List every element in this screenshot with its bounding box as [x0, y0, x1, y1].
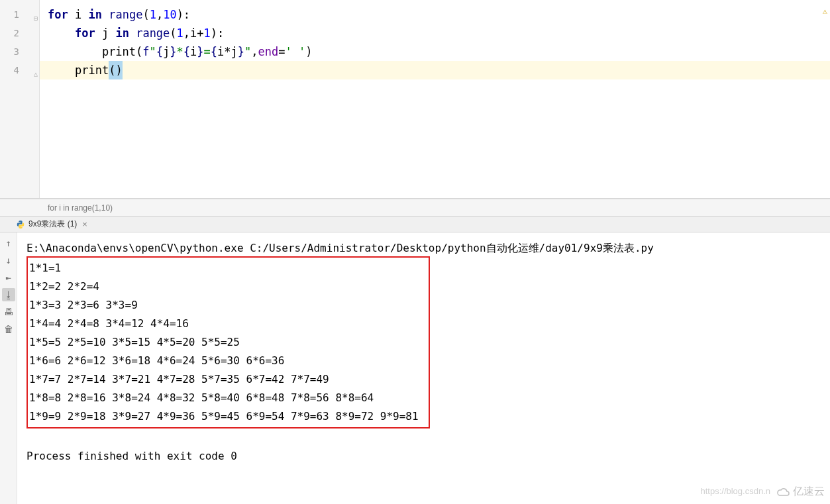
line-number: 1⊟ — [0, 5, 39, 24]
output-row: 1*2=2 2*2=4 — [29, 277, 425, 296]
fold-end-icon[interactable]: △ — [30, 65, 38, 73]
close-icon[interactable]: × — [82, 219, 87, 229]
breadcrumb[interactable]: for i in range(1,10) — [0, 199, 830, 217]
rerun-down-icon[interactable]: ↓ — [2, 254, 15, 267]
output-row: 1*9=9 2*9=18 3*9=27 4*9=36 5*9=45 6*9=54… — [29, 407, 425, 426]
editor-area: 1⊟ 2 3 4△ ⚠ for i in range(1,10): for j … — [0, 0, 830, 199]
scroll-to-end-icon[interactable]: ⭳ — [2, 288, 15, 301]
fold-icon[interactable]: ⊟ — [30, 9, 38, 17]
trash-icon[interactable]: 🗑 — [2, 323, 15, 336]
console-container: ↑ ↓ ⇤ ⭳ 🖶 🗑 E:\Anaconda\envs\openCV\pyth… — [0, 232, 830, 504]
breadcrumb-text: for i in range(1,10) — [48, 203, 113, 213]
logo-watermark: 亿速云 — [776, 485, 825, 499]
output-row: 1*5=5 2*5=10 3*5=15 4*5=20 5*5=25 — [29, 333, 425, 352]
console-output[interactable]: E:\Anaconda\envs\openCV\python.exe C:/Us… — [17, 232, 830, 504]
blank-line — [26, 428, 821, 447]
cloud-icon — [776, 487, 790, 497]
soft-wrap-icon[interactable]: ⇤ — [2, 271, 15, 284]
line-number: 2 — [0, 24, 39, 42]
run-tab-bar: 9x9乘法表 (1) × — [0, 217, 830, 232]
output-row: 1*7=7 2*7=14 3*7=21 4*7=28 5*7=35 6*7=42… — [29, 370, 425, 389]
line-number: 3 — [0, 42, 39, 61]
output-row: 1*3=3 2*3=6 3*3=9 — [29, 296, 425, 315]
rerun-up-icon[interactable]: ↑ — [2, 236, 15, 250]
line-gutter: 1⊟ 2 3 4△ — [0, 0, 40, 198]
output-row: 1*6=6 2*6=12 3*6=18 4*6=24 5*6=30 6*6=36 — [29, 352, 425, 370]
code-line-1[interactable]: for i in range(1,10): — [40, 5, 830, 24]
output-highlight-box: 1*1=1 1*2=2 2*2=4 1*3=3 2*3=6 3*3=9 1*4=… — [26, 256, 430, 428]
console-toolbar: ↑ ↓ ⇤ ⭳ 🖶 🗑 — [0, 232, 17, 504]
warning-icon[interactable]: ⚠ — [823, 7, 827, 16]
output-row: 1*1=1 — [29, 259, 425, 277]
python-icon — [16, 220, 25, 229]
code-line-4[interactable]: print() — [40, 61, 830, 79]
code-editor[interactable]: ⚠ for i in range(1,10): for j in range(1… — [40, 0, 830, 198]
output-row: 1*8=8 2*8=16 3*8=24 4*8=32 5*8=40 6*8=48… — [29, 389, 425, 407]
print-icon[interactable]: 🖶 — [2, 305, 15, 319]
watermark-text: https://blog.csdn.n — [700, 486, 770, 496]
code-line-3[interactable]: print(f"{j}*{i}={i*j}",end=' ') — [40, 42, 830, 61]
exit-message: Process finished with exit code 0 — [26, 447, 821, 466]
command-line: E:\Anaconda\envs\openCV\python.exe C:/Us… — [26, 239, 821, 258]
output-row: 1*4=4 2*4=8 3*4=12 4*4=16 — [29, 315, 425, 333]
line-number: 4△ — [0, 61, 39, 79]
code-line-2[interactable]: for j in range(1,i+1): — [40, 24, 830, 42]
run-tab-label: 9x9乘法表 (1) — [28, 219, 77, 230]
run-tab[interactable]: 9x9乘法表 (1) × — [12, 219, 91, 230]
